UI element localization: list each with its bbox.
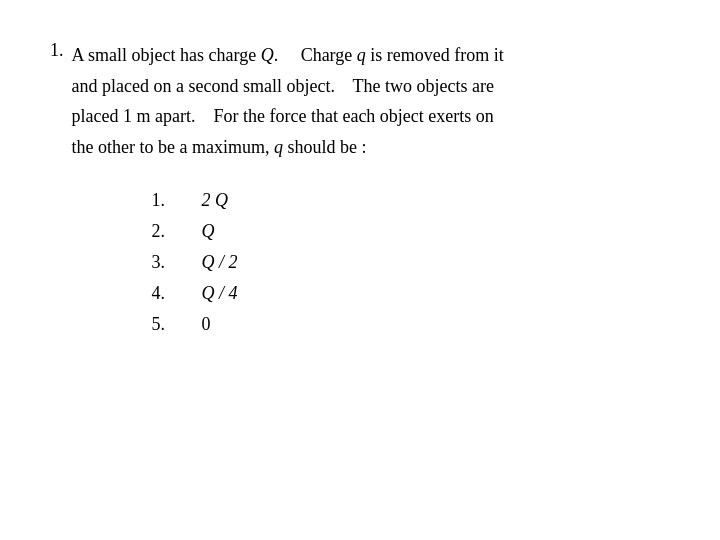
line1-q: q [357,45,366,65]
question-line-3: placed 1 m apart. For the force that eac… [72,101,671,132]
option-val-5: 0 [202,314,262,335]
line1-text1: A small object has charge [72,45,261,65]
option-num-5: 5. [152,314,172,335]
question-line-1: A small object has charge Q. Charge q is… [72,40,671,71]
line3-text: placed 1 m apart. For the force that eac… [72,106,494,126]
option-row-2: 2. Q [152,221,671,242]
line2-text: and placed on a second small object. The… [72,76,495,96]
option-val-2: Q [202,221,262,242]
option-row-5: 5. 0 [152,314,671,335]
option-num-2: 2. [152,221,172,242]
options-block: 1. 2 Q 2. Q 3. Q / 2 4. Q / 4 [152,190,671,335]
line4-q: q [274,137,283,157]
question-number: 1. [50,40,64,335]
line1-text3: is removed from it [366,45,504,65]
option-num-1: 1. [152,190,172,211]
question-line-4: the other to be a maximum, q should be : [72,132,671,163]
option-val-4: Q / 4 [202,283,262,304]
option-val-3: Q / 2 [202,252,262,273]
line4-text2: should be : [283,137,367,157]
option-num-4: 4. [152,283,172,304]
line4-text1: the other to be a maximum, [72,137,274,157]
option-num-3: 3. [152,252,172,273]
option-row-4: 4. Q / 4 [152,283,671,304]
option-row-3: 3. Q / 2 [152,252,671,273]
question-block: 1. A small object has charge Q. Charge q… [50,40,670,335]
option-val-1: 2 Q [202,190,262,211]
question-body: A small object has charge Q. Charge q is… [72,40,671,335]
line1-Q: Q [261,45,274,65]
page: 1. A small object has charge Q. Charge q… [0,0,720,540]
question-wrapper: 1. A small object has charge Q. Charge q… [50,40,670,335]
line1-text2: . Charge [274,45,357,65]
question-line-2: and placed on a second small object. The… [72,71,671,102]
option-row-1: 1. 2 Q [152,190,671,211]
